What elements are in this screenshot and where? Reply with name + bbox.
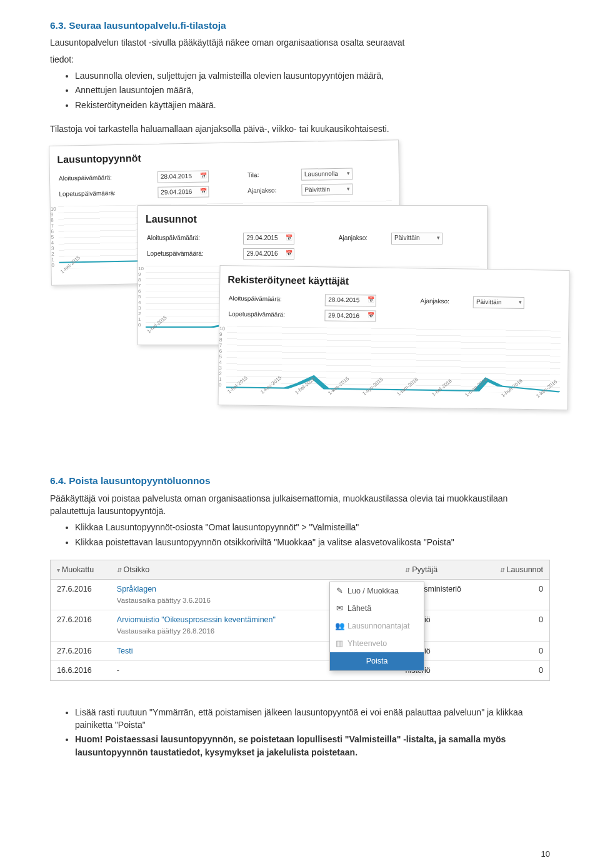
huom-text: Poistaessasi lausuntopyynnön, se poistet… bbox=[75, 734, 506, 757]
row-sub: Vastausaika päättyy 3.6.2016 bbox=[117, 597, 211, 604]
cell-cnt: 0 bbox=[482, 641, 549, 660]
bullet: Annettujen lausuntojen määrä, bbox=[75, 84, 550, 96]
chart-title: Rekisteröityneet käyttäjät bbox=[228, 273, 561, 292]
period-select[interactable]: Päivittäin bbox=[473, 296, 524, 309]
intro-6-4: Pääkäyttäjä voi poistaa palvelusta oman … bbox=[50, 492, 550, 518]
bullet: Huom! Poistaessasi lausuntopyynnön, se p… bbox=[75, 733, 550, 759]
footer-bullets: Lisää rasti ruutuun "Ymmärrän, että pois… bbox=[50, 706, 550, 759]
listing-screenshot: Muokattu Otsikko Pyytäjä Lausunnot 27.6.… bbox=[50, 560, 550, 681]
start-date-input[interactable]: 28.04.2015 bbox=[158, 171, 209, 183]
people-icon: 👥 bbox=[335, 620, 344, 632]
lbl-start: Aloituspäivämäärä: bbox=[59, 170, 156, 186]
cell-cnt: 0 bbox=[482, 580, 549, 610]
lbl-period: Ajanjakso: bbox=[420, 295, 472, 310]
lbl-end: Lopetuspäivämäärä: bbox=[147, 247, 242, 261]
bullet: Klikkaa poistettavan lausuntopyynnön ots… bbox=[75, 536, 550, 548]
heading-6-4: 6.4. Poista lausuntopyyntöluonnos bbox=[50, 474, 550, 488]
menu-item-lausunnonantajat[interactable]: 👥Lausunnonantajat bbox=[330, 617, 424, 635]
intro-6-3-b: tiedot: bbox=[50, 53, 550, 66]
lbl-period: Ajanjakso: bbox=[248, 183, 301, 198]
menu-item-yhteenveto[interactable]: ▥Yhteenveto bbox=[330, 635, 424, 652]
cell-date: 27.6.2016 bbox=[51, 610, 111, 641]
intro-6-3-a: Lausuntopalvelun tilastot -sivulla pääkä… bbox=[50, 36, 550, 49]
end-date-input[interactable]: 29.04.2016 bbox=[325, 310, 376, 322]
row-title-link[interactable]: - bbox=[117, 666, 119, 675]
chart-panel-rekisteroityneet: Rekisteröityneet käyttäjät Aloituspäiväm… bbox=[218, 265, 569, 410]
row-sub: Vastausaika päättyy 26.8.2016 bbox=[117, 627, 214, 635]
lbl-start: Aloituspäivämäärä: bbox=[147, 231, 242, 246]
col-modified[interactable]: Muokattu bbox=[51, 560, 111, 580]
start-date-input[interactable]: 29.04.2015 bbox=[243, 233, 294, 245]
lbl-end: Lopetuspäivämäärä: bbox=[59, 186, 156, 201]
menu-item-laheta[interactable]: ✉Lähetä bbox=[330, 600, 424, 617]
chart-title: Lausunnot bbox=[146, 212, 479, 226]
bullet: Lisää rasti ruutuun "Ymmärrän, että pois… bbox=[75, 706, 550, 732]
lbl-period: Ajanjakso: bbox=[339, 231, 390, 246]
table-row[interactable]: 27.6.2016 SpråklagenVastausaika päättyy … bbox=[51, 580, 549, 610]
cell-cnt: 0 bbox=[482, 610, 549, 641]
cell-date: 16.6.2016 bbox=[51, 660, 111, 680]
table-row[interactable]: 27.6.2016 Testi nisteriö 0 bbox=[51, 641, 549, 660]
bullets-6-3: Lausunnolla olevien, suljettujen ja valm… bbox=[50, 69, 550, 111]
note-6-3: Tilastoja voi tarkastella haluamallaan a… bbox=[50, 123, 550, 135]
lbl-start: Aloituspäivämäärä: bbox=[229, 292, 324, 308]
bullet: Lausunnolla olevien, suljettujen ja valm… bbox=[75, 69, 550, 82]
heading-6-3: 6.3. Seuraa lausuntopalvelu.fi-tilastoja bbox=[50, 19, 550, 33]
period-select[interactable]: Päivittäin bbox=[301, 183, 352, 196]
row-title-link[interactable]: Testi bbox=[117, 647, 133, 655]
bar-chart-icon: ▥ bbox=[335, 638, 344, 649]
chart-title: Lausuntopyynnöt bbox=[57, 147, 391, 168]
end-date-input[interactable]: 29.04.2016 bbox=[158, 186, 209, 198]
bullets-6-4: Klikkaa Lausuntopyynnöt-osiosta "Omat la… bbox=[50, 521, 550, 548]
mail-icon: ✉ bbox=[335, 603, 344, 614]
chart-stack: Lausuntopyynnöt Aloituspäivämäärä: 28.04… bbox=[50, 143, 550, 443]
row-title-link[interactable]: Språklagen bbox=[117, 585, 156, 593]
table-row[interactable]: 27.6.2016 Arviomuistio "Oikeusprosessin … bbox=[51, 610, 549, 641]
cell-date: 27.6.2016 bbox=[51, 580, 111, 610]
x-axis: 1-hel-20151-kes-20151-hel-20151-kes-2015… bbox=[226, 390, 560, 402]
col-title[interactable]: Otsikko bbox=[111, 560, 318, 580]
col-count[interactable]: Lausunnot bbox=[482, 560, 549, 580]
end-date-input[interactable]: 29.04.2016 bbox=[243, 248, 294, 260]
cell-cnt: 0 bbox=[482, 660, 549, 680]
row-title-link[interactable]: Arviomuistio "Oikeusprosessin keventämin… bbox=[117, 615, 276, 624]
state-select[interactable]: Lausunnolla bbox=[301, 168, 352, 181]
menu-item-poista[interactable]: Poista bbox=[330, 652, 424, 670]
col-requester[interactable]: Pyytäjä bbox=[399, 560, 482, 580]
lbl-end: Lopetuspäivämäärä: bbox=[228, 307, 324, 323]
huom-label: Huom! bbox=[75, 734, 105, 744]
table-row[interactable]: 16.6.2016 - nisteriö 0 bbox=[51, 660, 549, 680]
bullet: Klikkaa Lausuntopyynnöt-osiosta "Omat la… bbox=[75, 521, 550, 533]
bullet: Rekisteröityneiden käyttäjien määrä. bbox=[75, 99, 550, 111]
menu-item-luo[interactable]: ✎Luo / Muokkaa bbox=[330, 582, 424, 600]
cell-date: 27.6.2016 bbox=[51, 641, 111, 660]
period-select[interactable]: Päivittäin bbox=[391, 233, 442, 245]
edit-icon: ✎ bbox=[335, 585, 344, 597]
start-date-input[interactable]: 28.04.2015 bbox=[325, 295, 376, 307]
muokkaa-dropdown[interactable]: ✎Luo / Muokkaa ✉Lähetä 👥Lausunnonantajat… bbox=[329, 582, 424, 671]
lbl-state: Tila: bbox=[248, 168, 301, 183]
